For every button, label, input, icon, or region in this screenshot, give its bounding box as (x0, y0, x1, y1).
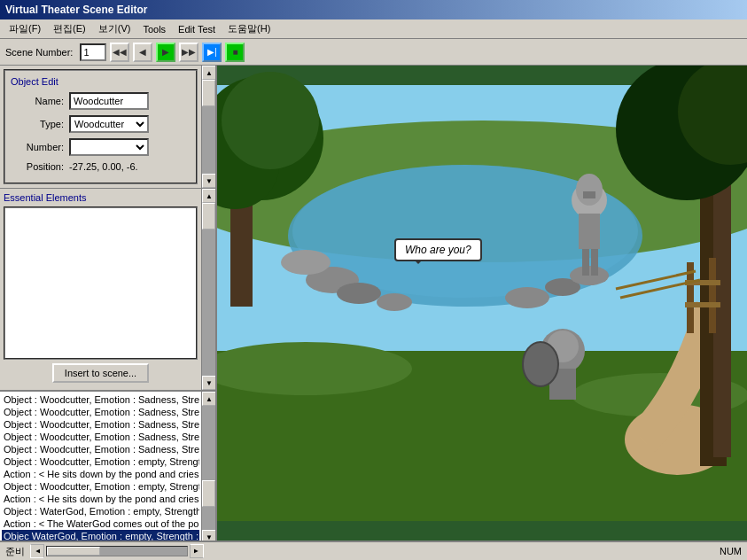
h-scrollbar[interactable] (46, 546, 188, 556)
svg-point-11 (505, 287, 549, 308)
log-scrollbar[interactable]: ▲ ▼ (201, 392, 215, 541)
essential-scroll-down[interactable]: ▼ (202, 376, 216, 390)
record-button[interactable]: ▶| (202, 43, 222, 62)
insert-button[interactable]: Insert to scene... (52, 363, 149, 383)
log-item[interactable]: Object : Woodcutter, Emotion : empty, St… (2, 455, 199, 468)
scroll-up-arrow[interactable]: ▲ (202, 66, 216, 80)
main-content: Object Edit Name: Type: Woodcutter Numbe… (0, 66, 747, 541)
speech-text: Who are you? (405, 244, 471, 256)
play-button[interactable]: ▶ (156, 43, 175, 62)
number-select[interactable] (69, 138, 149, 156)
svg-rect-26 (685, 302, 720, 307)
title-text: Virtual Theater Scene Editor (5, 4, 148, 16)
scene-canvas (217, 66, 747, 541)
menu-file[interactable]: 파일(F) (4, 20, 46, 37)
menu-edit[interactable]: 편집(E) (48, 20, 91, 37)
left-panel: Object Edit Name: Type: Woodcutter Numbe… (0, 66, 217, 541)
log-item[interactable]: Objec WaterGod, Emotion : empty, Strengt… (2, 530, 199, 541)
log-scroll-track[interactable] (202, 406, 215, 530)
position-row: Position: -27.25, 0.00, -6. (11, 161, 191, 172)
log-item[interactable]: Object : Woodcutter, Emotion : Sadness, … (2, 393, 199, 406)
log-list: Object : Woodcutter, Emotion : Sadness, … (0, 392, 201, 541)
type-select[interactable]: Woodcutter (69, 115, 149, 133)
log-item[interactable]: Object : Woodcutter, Emotion : Sadness, … (2, 431, 199, 443)
h-scroll-left[interactable]: ▲ (30, 544, 44, 558)
svg-point-14 (281, 250, 331, 275)
object-edit-title: Object Edit (11, 76, 191, 87)
log-item[interactable]: Action : < He sits down by the pond and … (2, 468, 199, 480)
scroll-down-arrow[interactable]: ▼ (202, 174, 216, 188)
log-item[interactable]: Action : < He sits down by the pond and … (2, 493, 199, 505)
svg-point-36 (523, 342, 558, 386)
menu-bar: 파일(F) 편집(E) 보기(V) Tools Edit Test 도움말(H) (0, 19, 747, 39)
log-item[interactable]: Action : < The WaterGod comes out of the… (2, 517, 199, 530)
svg-point-18 (222, 72, 319, 169)
log-content: Object : Woodcutter, Emotion : Sadness, … (0, 392, 215, 541)
svg-rect-29 (582, 249, 589, 276)
essential-scroll-track[interactable] (202, 203, 215, 376)
essential-section: Essential Elements Insert to scene... ▲ … (0, 189, 215, 390)
type-label: Type: (11, 119, 64, 129)
position-label: Position: (11, 161, 64, 172)
scene-number-label: Scene Number: (5, 47, 73, 58)
menu-tools[interactable]: Tools (137, 22, 171, 36)
object-edit-content: Object Edit Name: Type: Woodcutter Numbe… (0, 66, 201, 188)
essential-content: Essential Elements Insert to scene... (0, 189, 201, 390)
menu-help[interactable]: 도움말(H) (222, 20, 276, 37)
essential-box (4, 206, 198, 360)
menu-view[interactable]: 보기(V) (93, 20, 136, 37)
rewind-button[interactable]: ◀◀ (110, 43, 129, 62)
object-edit-panel: Object Edit Name: Type: Woodcutter Numbe… (4, 69, 198, 184)
next-button[interactable]: ▶▶ (179, 43, 198, 62)
svg-rect-24 (709, 258, 716, 333)
name-label: Name: (11, 96, 64, 106)
log-item[interactable]: Object : Woodcutter, Emotion : Sadness, … (2, 418, 199, 431)
number-row: Number: (11, 138, 191, 156)
essential-title: Essential Elements (4, 192, 198, 203)
svg-rect-30 (591, 249, 598, 276)
log-item[interactable]: Object : Woodcutter, Emotion : Sadness, … (2, 443, 199, 455)
bottom-scroll-area: 준비 ▲ ▲ (5, 544, 204, 558)
scene-number-input[interactable] (80, 43, 106, 61)
svg-point-31 (576, 174, 603, 206)
svg-rect-32 (583, 191, 595, 198)
log-scroll-thumb[interactable] (202, 480, 215, 507)
scroll-thumb[interactable] (202, 80, 215, 106)
essential-scroll-thumb[interactable] (202, 203, 215, 229)
log-area: Object : Woodcutter, Emotion : Sadness, … (0, 390, 215, 541)
name-input[interactable] (69, 92, 149, 110)
title-bar: Virtual Theater Scene Editor (0, 0, 747, 19)
position-value: -27.25, 0.00, -6. (69, 161, 138, 172)
svg-rect-28 (579, 214, 600, 249)
log-item[interactable]: Object : Woodcutter, Emotion : empty, St… (2, 480, 199, 493)
status-text: 준비 (5, 545, 25, 558)
log-item[interactable]: Object : Woodcutter, Emotion : Sadness, … (2, 406, 199, 418)
log-item[interactable]: Object : WaterGod, Emotion : empty, Stre… (2, 505, 199, 517)
svg-point-9 (337, 283, 381, 304)
object-edit-scrollbar[interactable]: ▲ ▼ (201, 66, 215, 188)
prev-button[interactable]: ◀ (133, 43, 152, 62)
speech-bubble: Who are you? (394, 238, 482, 261)
h-scroll-right[interactable]: ▲ (190, 544, 204, 558)
num-indicator: NUM (720, 546, 742, 556)
number-label: Number: (11, 142, 64, 152)
svg-point-10 (377, 293, 412, 311)
essential-scrollbar[interactable]: ▲ ▼ (201, 189, 215, 390)
object-edit-section: Object Edit Name: Type: Woodcutter Numbe… (0, 66, 215, 189)
log-scroll-up[interactable]: ▲ (202, 392, 215, 406)
type-row: Type: Woodcutter (11, 115, 191, 133)
h-thumb[interactable] (47, 547, 100, 556)
menu-edit-test[interactable]: Edit Test (173, 22, 221, 36)
scene-panel: Who are you? (217, 66, 747, 541)
toolbar: Scene Number: ◀◀ ◀ ▶ ▶▶ ▶| ■ (0, 39, 747, 66)
stop-button[interactable]: ■ (225, 43, 245, 62)
status-bar: 준비 ▲ ▲ NUM (0, 541, 747, 560)
name-row: Name: (11, 92, 191, 110)
essential-scroll-up[interactable]: ▲ (202, 189, 216, 203)
scroll-track[interactable] (202, 80, 215, 174)
log-scroll-down[interactable]: ▼ (202, 530, 215, 541)
